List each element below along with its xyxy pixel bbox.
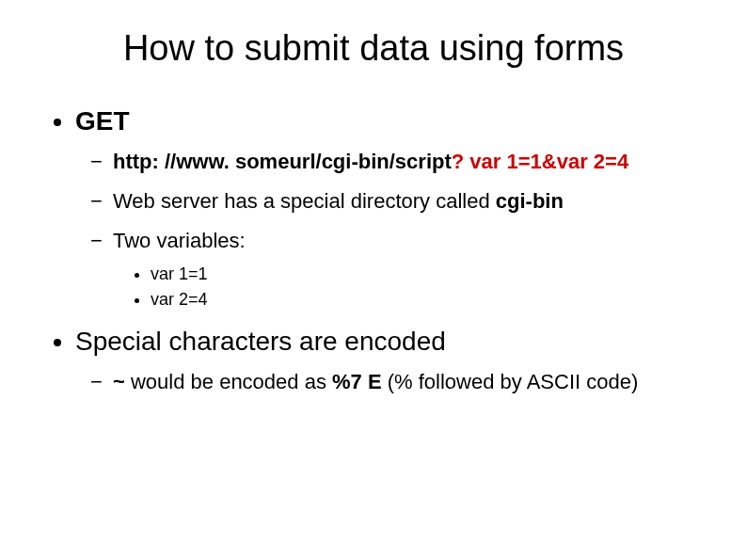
url-query: ? var 1=1&var 2=4 — [452, 150, 628, 173]
tilde-after: (% followed by ASCII code) — [382, 370, 639, 393]
bullet-list-level2-b: ~ would be encoded as %7 E (% followed b… — [75, 370, 709, 394]
list-item-special-chars: Special characters are encoded ~ would b… — [75, 327, 709, 394]
list-item-twovars: Two variables: var 1=1 var 2=4 — [113, 229, 709, 310]
get-label: GET — [75, 106, 130, 136]
list-item-url: http: //www. someurl/cgi-bin/script? var… — [113, 150, 709, 174]
url-path: http: //www. someurl/cgi-bin/script — [113, 150, 452, 173]
list-item-tilde: ~ would be encoded as %7 E (% followed b… — [113, 370, 709, 394]
tilde-pct: %7 E — [332, 370, 382, 393]
list-item-cgibin: Web server has a special directory calle… — [113, 189, 709, 214]
slide: How to submit data using forms GET http:… — [0, 0, 747, 430]
bullet-list-level1: GET http: //www. someurl/cgi-bin/script?… — [38, 106, 709, 394]
slide-title: How to submit data using forms — [38, 28, 709, 69]
list-item-get: GET http: //www. someurl/cgi-bin/script?… — [75, 106, 709, 310]
special-chars-label: Special characters are encoded — [75, 327, 446, 356]
list-item-var2: var 2=4 — [151, 290, 709, 310]
tilde-mid: would be encoded as — [125, 370, 332, 393]
list-item-var1: var 1=1 — [151, 264, 709, 284]
bullet-list-level3: var 1=1 var 2=4 — [113, 264, 709, 310]
bullet-list-level2: http: //www. someurl/cgi-bin/script? var… — [75, 150, 709, 310]
twovars-text: Two variables: — [113, 229, 246, 252]
tilde-char: ~ — [113, 370, 125, 393]
cgibin-text: Web server has a special directory calle… — [113, 189, 496, 213]
cgibin-bold: cgi-bin — [496, 189, 564, 213]
